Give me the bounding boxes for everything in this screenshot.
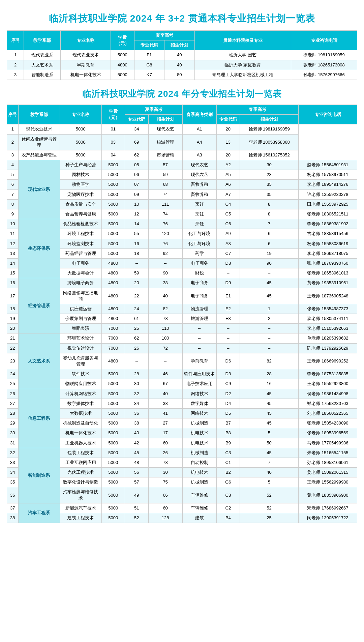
cell-spring-plan: 45 (240, 448, 299, 458)
cell-fee: 5000 (101, 399, 125, 408)
cell-spring-plan: 8 (240, 209, 299, 219)
cell-fee: 5000 (101, 468, 125, 477)
cell-no: 28 (7, 408, 19, 418)
cell-contact: 郑老师 17568280703 (299, 399, 357, 408)
cell-fee: 4800 (101, 304, 125, 314)
cell-spring-type: 现代农艺 (182, 160, 216, 170)
table-cell: 张老师 18265173008 (291, 60, 357, 70)
cell-spring-plan: 6 (240, 229, 299, 239)
cell-spring-type: 药学 (182, 249, 216, 258)
th-no: 序号 (7, 31, 24, 50)
cell-summer-code: 34 (125, 399, 149, 408)
cell-spring-type: 畜牧养殖 (182, 180, 216, 189)
cell-major: 跨境电子商务 (60, 278, 101, 288)
cell-spring-code: D6 (216, 353, 240, 369)
cell-summer-code: 09 (125, 189, 149, 199)
cell-dept: 汽车工程系 (18, 503, 60, 523)
cell-contact: 张老师 15854230090 (299, 418, 357, 428)
cell-spring-type: 机械制造 (182, 477, 216, 487)
cell-spring-plan: 90 (240, 258, 299, 268)
th2-fee: 学费（元） (101, 105, 125, 124)
cell-spring-plan: 52 (240, 487, 299, 503)
cell-spring-code: C1 (216, 458, 240, 467)
cell-contact: 孙老师 18953106061 (299, 458, 357, 467)
cell-major: 园林技术 (60, 170, 101, 180)
cell-major: 环境工程技术 (60, 229, 101, 239)
cell-contact: 张老师 18953996569 (299, 428, 357, 438)
cell-fee: 7000 (101, 324, 125, 333)
table2: 序号 教学系部 专业名称 学费（元） 夏季高考 春季高考类别 春季高考 专业咨询… (7, 105, 357, 523)
cell-no: 15 (7, 268, 19, 278)
cell-fee: 5000 (101, 513, 125, 523)
cell-no: 20 (7, 324, 19, 333)
cell-spring-code: C8 (216, 487, 240, 503)
cell-spring-plan: 50 (240, 438, 299, 448)
th2-spring: 春季高考 (216, 105, 298, 114)
cell-contact: 徐老师 15610275852 (240, 150, 299, 160)
cell-fee: 5000 (101, 160, 125, 170)
cell-dept: 现代农业系 (18, 160, 60, 219)
cell-summer-code: – (125, 258, 149, 268)
cell-summer-code: 01 (101, 124, 125, 134)
table-row: 32智能制造系包装工程技术50004526机械制造C345朱老师 1516554… (7, 448, 357, 458)
cell-contact: 刘老师 18560522365 (299, 408, 357, 418)
cell-contact: 宋老师 17686992667 (299, 503, 357, 513)
th2-major: 专业名称 (60, 105, 101, 124)
cell-summer-code: 05 (125, 160, 149, 170)
th2-s-code: 专业代码 (125, 115, 149, 124)
cell-spring-type: 机电技术 (182, 468, 216, 477)
cell-spring-type: 现代农艺 (182, 170, 216, 180)
cell-spring-code: C3 (216, 448, 240, 458)
cell-no: 31 (7, 438, 19, 448)
cell-summer-code: 10 (125, 199, 149, 209)
cell-spring-type: 机械制造 (182, 418, 216, 428)
cell-major: 物联网应用技术 (60, 379, 101, 389)
cell-contact: 朱老师 15165541155 (299, 448, 357, 458)
cell-spring-plan: 45 (240, 278, 299, 288)
cell-fee: 4800 (101, 278, 125, 288)
cell-spring-plan: 45 (240, 399, 299, 408)
cell-spring-plan: 1 (240, 304, 299, 314)
cell-spring-plan: 35 (240, 189, 299, 199)
cell-summer-plan: 74 (148, 189, 182, 199)
cell-contact: 李老师 18053958368 (240, 134, 299, 150)
th2-s-plan: 招生计划 (148, 115, 182, 124)
cell-fee: 5000 (101, 239, 125, 249)
cell-major: 种子生产与经营 (60, 160, 101, 170)
cell-contact: 李老师 18753135835 (299, 369, 357, 379)
cell-summer-code: 61 (125, 314, 149, 324)
cell-spring-type: 数字媒体 (182, 399, 216, 408)
table-cell: 80 (164, 70, 194, 80)
cell-summer-plan: 76 (148, 239, 182, 249)
cell-summer-plan: 34 (125, 124, 149, 134)
cell-spring-plan: 28 (240, 369, 299, 379)
cell-major: 数字媒体技术 (60, 399, 101, 408)
cell-spring-plan: 5 (240, 428, 299, 438)
cell-major: 视觉传达设计 (60, 343, 101, 353)
cell-spring-type: 旅游管理 (182, 314, 216, 324)
cell-contact: 李老师 18663718075 (299, 249, 357, 258)
cell-summer-plan: 120 (148, 229, 182, 239)
cell-fee: 5000 (101, 229, 125, 239)
table-row: 3智能制造系机电一体化技术5000K780青岛理工大学临沂校区机械工程孙老师 1… (7, 70, 357, 80)
cell-contact: 古老师 18353915456 (299, 229, 357, 239)
cell-spring-type: 化工与环境 (182, 239, 216, 249)
cell-fee: 5000 (101, 503, 125, 513)
cell-no: 36 (7, 487, 19, 503)
th-summer-code: 专业代码 (134, 40, 164, 50)
cell-spring-code: D8 (216, 258, 240, 268)
table-cell: 3 (7, 70, 24, 80)
cell-major: 食品质量与安全 (60, 199, 101, 209)
cell-summer-code: 48 (125, 458, 149, 467)
cell-no: 12 (7, 239, 19, 249)
cell-contact: 张老师 15854987373 (299, 304, 357, 314)
cell-summer-code: 03 (101, 134, 125, 150)
table-row: 16经济管理系跨境电子商务48002038电子商务D945黄老师 1985391… (7, 278, 357, 288)
cell-major: 现代农业技术 (18, 124, 60, 134)
cell-summer-code: 36 (125, 408, 149, 418)
table-cell: 临沂大学 家庭教育 (194, 60, 291, 70)
cell-fee: 5000 (101, 180, 125, 189)
cell-spring-plan: 7 (240, 458, 299, 467)
cell-summer-plan: 68 (148, 180, 182, 189)
cell-fee: 7000 (101, 333, 125, 343)
